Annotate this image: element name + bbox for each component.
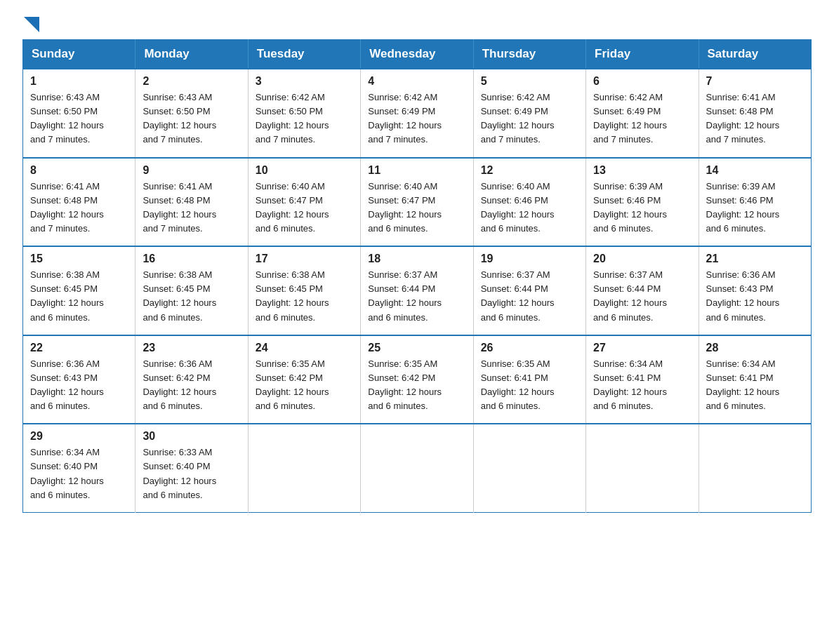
calendar-cell <box>473 424 585 512</box>
column-header-tuesday: Tuesday <box>248 40 360 69</box>
day-info: Sunrise: 6:41 AMSunset: 6:48 PMDaylight:… <box>30 181 104 234</box>
svg-marker-0 <box>24 17 39 32</box>
day-number: 2 <box>143 75 240 88</box>
calendar-cell: 10 Sunrise: 6:40 AMSunset: 6:47 PMDaylig… <box>248 158 360 247</box>
day-info: Sunrise: 6:33 AMSunset: 6:40 PMDaylight:… <box>143 447 216 499</box>
calendar-cell: 19 Sunrise: 6:37 AMSunset: 6:44 PMDaylig… <box>473 246 585 335</box>
column-header-sunday: Sunday <box>23 40 135 69</box>
calendar-cell: 27 Sunrise: 6:34 AMSunset: 6:41 PMDaylig… <box>586 335 699 424</box>
column-header-friday: Friday <box>586 40 699 69</box>
calendar-week-row: 1 Sunrise: 6:43 AMSunset: 6:50 PMDayligh… <box>23 69 812 158</box>
calendar-cell: 1 Sunrise: 6:43 AMSunset: 6:50 PMDayligh… <box>23 69 135 158</box>
calendar-cell: 9 Sunrise: 6:41 AMSunset: 6:48 PMDayligh… <box>135 158 248 247</box>
calendar-cell: 13 Sunrise: 6:39 AMSunset: 6:46 PMDaylig… <box>586 158 699 247</box>
calendar-cell: 12 Sunrise: 6:40 AMSunset: 6:46 PMDaylig… <box>473 158 585 247</box>
day-info: Sunrise: 6:37 AMSunset: 6:44 PMDaylight:… <box>368 269 442 322</box>
day-number: 24 <box>256 342 353 354</box>
day-number: 6 <box>593 75 691 88</box>
day-number: 5 <box>481 75 578 88</box>
day-info: Sunrise: 6:35 AMSunset: 6:42 PMDaylight:… <box>256 358 329 411</box>
day-info: Sunrise: 6:39 AMSunset: 6:46 PMDaylight:… <box>706 181 780 234</box>
day-number: 16 <box>143 253 240 265</box>
day-number: 26 <box>481 342 578 354</box>
calendar-cell <box>248 424 360 512</box>
day-info: Sunrise: 6:34 AMSunset: 6:40 PMDaylight:… <box>30 447 104 499</box>
day-info: Sunrise: 6:41 AMSunset: 6:48 PMDaylight:… <box>706 92 780 145</box>
day-number: 3 <box>256 75 353 88</box>
day-number: 13 <box>593 164 691 177</box>
calendar-cell: 4 Sunrise: 6:42 AMSunset: 6:49 PMDayligh… <box>361 69 473 158</box>
day-number: 23 <box>143 342 240 354</box>
day-number: 27 <box>593 342 691 354</box>
day-info: Sunrise: 6:37 AMSunset: 6:44 PMDaylight:… <box>593 269 667 322</box>
day-number: 11 <box>368 164 465 177</box>
calendar-cell: 17 Sunrise: 6:38 AMSunset: 6:45 PMDaylig… <box>248 246 360 335</box>
calendar-cell: 28 Sunrise: 6:34 AMSunset: 6:41 PMDaylig… <box>699 335 811 424</box>
calendar-cell: 18 Sunrise: 6:37 AMSunset: 6:44 PMDaylig… <box>361 246 473 335</box>
day-number: 8 <box>30 164 128 177</box>
calendar-cell: 21 Sunrise: 6:36 AMSunset: 6:43 PMDaylig… <box>699 246 811 335</box>
calendar-week-row: 22 Sunrise: 6:36 AMSunset: 6:43 PMDaylig… <box>23 335 812 424</box>
day-info: Sunrise: 6:35 AMSunset: 6:42 PMDaylight:… <box>368 358 442 411</box>
column-header-thursday: Thursday <box>473 40 585 69</box>
day-info: Sunrise: 6:43 AMSunset: 6:50 PMDaylight:… <box>30 92 104 145</box>
calendar-cell: 24 Sunrise: 6:35 AMSunset: 6:42 PMDaylig… <box>248 335 360 424</box>
calendar-cell: 11 Sunrise: 6:40 AMSunset: 6:47 PMDaylig… <box>361 158 473 247</box>
calendar-cell: 25 Sunrise: 6:35 AMSunset: 6:42 PMDaylig… <box>361 335 473 424</box>
day-info: Sunrise: 6:42 AMSunset: 6:50 PMDaylight:… <box>256 92 329 145</box>
logo-icon <box>24 17 39 32</box>
calendar-cell: 29 Sunrise: 6:34 AMSunset: 6:40 PMDaylig… <box>23 424 135 512</box>
day-info: Sunrise: 6:39 AMSunset: 6:46 PMDaylight:… <box>593 181 667 234</box>
day-info: Sunrise: 6:38 AMSunset: 6:45 PMDaylight:… <box>143 269 216 322</box>
calendar-cell: 6 Sunrise: 6:42 AMSunset: 6:49 PMDayligh… <box>586 69 699 158</box>
calendar-week-row: 15 Sunrise: 6:38 AMSunset: 6:45 PMDaylig… <box>23 246 812 335</box>
calendar-table: SundayMondayTuesdayWednesdayThursdayFrid… <box>22 39 812 513</box>
day-number: 25 <box>368 342 465 354</box>
calendar-cell: 16 Sunrise: 6:38 AMSunset: 6:45 PMDaylig… <box>135 246 248 335</box>
calendar-cell: 7 Sunrise: 6:41 AMSunset: 6:48 PMDayligh… <box>699 69 811 158</box>
day-info: Sunrise: 6:42 AMSunset: 6:49 PMDaylight:… <box>368 92 442 145</box>
day-info: Sunrise: 6:37 AMSunset: 6:44 PMDaylight:… <box>481 269 555 322</box>
day-info: Sunrise: 6:41 AMSunset: 6:48 PMDaylight:… <box>143 181 216 234</box>
column-header-monday: Monday <box>135 40 248 69</box>
calendar-cell: 15 Sunrise: 6:38 AMSunset: 6:45 PMDaylig… <box>23 246 135 335</box>
day-number: 19 <box>481 253 578 265</box>
day-number: 4 <box>368 75 465 88</box>
calendar-cell: 22 Sunrise: 6:36 AMSunset: 6:43 PMDaylig… <box>23 335 135 424</box>
calendar-cell <box>699 424 811 512</box>
day-number: 21 <box>706 253 804 265</box>
day-info: Sunrise: 6:38 AMSunset: 6:45 PMDaylight:… <box>30 269 104 322</box>
calendar-week-row: 8 Sunrise: 6:41 AMSunset: 6:48 PMDayligh… <box>23 158 812 247</box>
day-info: Sunrise: 6:34 AMSunset: 6:41 PMDaylight:… <box>593 358 667 411</box>
day-info: Sunrise: 6:38 AMSunset: 6:45 PMDaylight:… <box>256 269 329 322</box>
column-header-wednesday: Wednesday <box>361 40 473 69</box>
day-number: 22 <box>30 342 128 354</box>
calendar-cell: 8 Sunrise: 6:41 AMSunset: 6:48 PMDayligh… <box>23 158 135 247</box>
calendar-cell: 14 Sunrise: 6:39 AMSunset: 6:46 PMDaylig… <box>699 158 811 247</box>
day-info: Sunrise: 6:40 AMSunset: 6:47 PMDaylight:… <box>368 181 442 234</box>
calendar-cell <box>361 424 473 512</box>
calendar-cell: 23 Sunrise: 6:36 AMSunset: 6:42 PMDaylig… <box>135 335 248 424</box>
day-info: Sunrise: 6:34 AMSunset: 6:41 PMDaylight:… <box>706 358 780 411</box>
day-number: 14 <box>706 164 804 177</box>
day-info: Sunrise: 6:40 AMSunset: 6:46 PMDaylight:… <box>481 181 555 234</box>
day-number: 30 <box>143 430 240 443</box>
day-info: Sunrise: 6:40 AMSunset: 6:47 PMDaylight:… <box>256 181 329 234</box>
day-number: 10 <box>256 164 353 177</box>
page-header <box>22 17 812 27</box>
day-number: 29 <box>30 430 128 443</box>
calendar-cell: 26 Sunrise: 6:35 AMSunset: 6:41 PMDaylig… <box>473 335 585 424</box>
column-header-saturday: Saturday <box>699 40 811 69</box>
day-info: Sunrise: 6:36 AMSunset: 6:43 PMDaylight:… <box>706 269 780 322</box>
day-number: 9 <box>143 164 240 177</box>
logo <box>22 17 39 27</box>
calendar-cell: 5 Sunrise: 6:42 AMSunset: 6:49 PMDayligh… <box>473 69 585 158</box>
day-number: 20 <box>593 253 691 265</box>
day-number: 28 <box>706 342 804 354</box>
day-info: Sunrise: 6:36 AMSunset: 6:43 PMDaylight:… <box>30 358 104 411</box>
day-info: Sunrise: 6:43 AMSunset: 6:50 PMDaylight:… <box>143 92 216 145</box>
calendar-week-row: 29 Sunrise: 6:34 AMSunset: 6:40 PMDaylig… <box>23 424 812 512</box>
day-number: 12 <box>481 164 578 177</box>
calendar-cell: 2 Sunrise: 6:43 AMSunset: 6:50 PMDayligh… <box>135 69 248 158</box>
day-info: Sunrise: 6:42 AMSunset: 6:49 PMDaylight:… <box>481 92 555 145</box>
